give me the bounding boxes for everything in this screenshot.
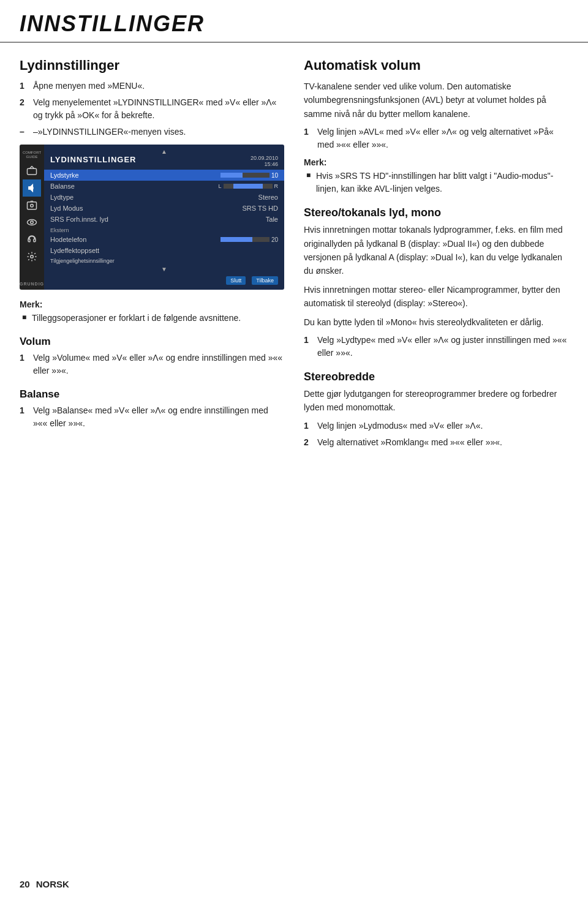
auto-step-text-1: Velg linjen »AVL« med »V« eller »Λ« og v… <box>317 126 568 151</box>
tv-bar-balanse: L R <box>218 183 278 189</box>
sidebar-logo: COMFORTGUIDE <box>21 149 42 160</box>
page-number: 20 <box>20 879 30 889</box>
stereo-text3: Du kan bytte lyden til »Mono« hvis stere… <box>304 315 568 329</box>
tv-mockup: COMFORTGUIDE <box>20 145 284 290</box>
tv-row-lydeffekt: Lydeffektoppsett <box>44 245 284 256</box>
note-text-1: Tilleggsoperasjoner er forklart i de føl… <box>32 312 284 325</box>
tv-section-extern: Ekstern <box>44 225 284 234</box>
step-num-2: 2 <box>20 96 28 122</box>
step-text-2: Velg menyelementet »LYDINNSTILLINGER« me… <box>33 96 284 122</box>
svg-rect-1 <box>28 202 37 209</box>
balanse-step-1: 1 Velg »Balanse« med »V« eller »Λ« og en… <box>20 404 284 430</box>
tv-row-balanse: Balanse L R <box>44 181 284 192</box>
tv-row-tilgjengelighet: Tilgjengelighetsinnsillinger <box>44 256 284 266</box>
tv-screen: ▲ LYDINNSTILLINGER 20.09.2010 15:46 Lyds… <box>44 145 284 290</box>
tv-datetime: 20.09.2010 15:46 <box>251 155 278 167</box>
stereobredde-step-num-2: 2 <box>304 436 312 449</box>
section-title-lyd: Lydinnstillinger <box>20 58 284 73</box>
tv-footer: Slutt Tilbake <box>44 273 284 286</box>
stereo-text1: Hvis innretningen mottar tokanals lydpro… <box>304 223 568 278</box>
tv-label-lydeffekt: Lydeffektoppsett <box>50 247 99 254</box>
tv-arrow-up: ▲ <box>44 148 284 155</box>
stereobredde-text: Dette gjør lydutgangen for stereoprogram… <box>304 387 568 415</box>
step-num-1: 1 <box>20 80 28 92</box>
stereo-title: Stereo/tokanals lyd, mono <box>304 206 568 219</box>
auto-volum-text: TV-kanalene sender ved ulike volum. Den … <box>304 80 568 121</box>
stereo-step-num-1: 1 <box>304 334 312 360</box>
page-lang: NORSK <box>36 879 69 889</box>
sidebar-icon-picture[interactable] <box>23 197 41 214</box>
step-dash: – –»LYDINNSTILLINGER«-menyen vises. <box>20 126 284 138</box>
step-text-dash: –»LYDINNSTILLINGER«-menyen vises. <box>33 126 284 138</box>
tv-val-lydstyrke: 10 <box>271 172 278 179</box>
note-block-merk: Merk: ■ Tilleggsoperasjoner er forklart … <box>20 299 284 325</box>
main-content: Lydinnstillinger 1 Åpne menyen med »MENU… <box>0 43 588 453</box>
svg-point-4 <box>31 221 34 224</box>
tv-menu-title: LYDINNSTILLINGER <box>50 155 136 167</box>
stereobredde-step-text-1: Velg linjen »Lydmodus« med »V« eller »Λ«… <box>317 420 568 432</box>
page-header: INNSTILLINGER <box>0 0 588 43</box>
tv-label-lydstyrke: Lydstyrke <box>50 171 79 179</box>
tv-val-srs: Tale <box>266 216 278 223</box>
stereobredde-step-1: 1 Velg linjen »Lydmodus« med »V« eller »… <box>304 420 568 432</box>
auto-note-bullet-1: ■ <box>306 170 312 195</box>
tv-label-tilgjengelighet: Tilgjengelighetsinnsillinger <box>50 258 115 264</box>
balanse-step-text-1: Velg »Balanse« med »V« eller »Λ« og endr… <box>33 404 284 430</box>
stereo-step-text-1: Velg »Lydtype« med »V« eller »Λ« og just… <box>317 334 568 360</box>
svg-point-3 <box>28 220 37 225</box>
stereobredde-step-num-1: 1 <box>304 420 312 432</box>
auto-note-item-1: ■ Hvis »SRS TS HD"-innstillingen har bli… <box>306 170 568 195</box>
tv-time: 15:46 <box>251 161 278 167</box>
page-title: INNSTILLINGER <box>20 11 568 42</box>
auto-note-title: Merk: <box>304 157 568 167</box>
tv-btn-slutt[interactable]: Slutt <box>226 276 246 285</box>
note-title: Merk: <box>20 299 284 309</box>
tv-val-lydtype: Stereo <box>258 194 278 201</box>
stereo-text2: Hvis innretningen mottar stereo- eller N… <box>304 283 568 311</box>
tv-screen-header: LYDINNSTILLINGER 20.09.2010 15:46 <box>44 155 284 170</box>
volum-step-1: 1 Velg »Volume« med »V« eller »Λ« og end… <box>20 352 284 377</box>
svg-rect-0 <box>28 168 37 175</box>
tv-btn-tilbake[interactable]: Tilbake <box>252 276 278 285</box>
stereobredde-title: Stereobredde <box>304 371 568 383</box>
auto-step-num-1: 1 <box>304 126 312 151</box>
stereo-step-1: 1 Velg »Lydtype« med »V« eller »Λ« og ju… <box>304 334 568 360</box>
sidebar-icon-accessibility[interactable] <box>23 214 41 231</box>
auto-note-text-1: Hvis »SRS TS HD"-innstillingen har blitt… <box>316 170 568 195</box>
tv-label-lydmodus: Lyd Modus <box>50 205 83 212</box>
svg-point-5 <box>31 255 34 258</box>
tv-sidebar: COMFORTGUIDE <box>20 145 44 290</box>
step-2: 2 Velg menyelementet »LYDINNSTILLINGER« … <box>20 96 284 122</box>
sub-heading-balanse: Balanse <box>20 388 284 401</box>
sidebar-icon-sound[interactable] <box>23 179 41 197</box>
sidebar-icon-settings[interactable] <box>23 248 41 265</box>
volum-step-text-1: Velg »Volume« med »V« eller »Λ« og endre… <box>33 352 284 377</box>
tv-val-lydmodus: SRS TS HD <box>243 205 278 212</box>
left-column: Lydinnstillinger 1 Åpne menyen med »MENU… <box>20 43 284 453</box>
right-column: Automatisk volum TV-kanalene sender ved … <box>304 43 568 453</box>
sidebar-brand: GRUNDIG <box>20 282 44 290</box>
tv-label-hodetelefon: Hodetelefon <box>50 236 86 243</box>
tv-val-hodetelefon: 20 <box>271 236 278 243</box>
tv-bar-hodetelefon: 20 <box>221 236 278 243</box>
tv-bar-lydstyrke: 10 <box>221 172 278 179</box>
auto-step-1: 1 Velg linjen »AVL« med »V« eller »Λ« og… <box>304 126 568 151</box>
sidebar-icon-headphone[interactable] <box>23 231 41 248</box>
auto-note-block: Merk: ■ Hvis »SRS TS HD"-innstillingen h… <box>304 157 568 195</box>
step-num-dash: – <box>20 126 28 138</box>
tv-label-lydtype: Lydtype <box>50 194 74 201</box>
stereobredde-step-text-2: Velg alternativet »Romklang« med »«« ell… <box>317 436 568 449</box>
svg-point-2 <box>31 205 34 208</box>
tv-row-lydtype: Lydtype Stereo <box>44 192 284 203</box>
tv-date: 20.09.2010 <box>251 155 278 161</box>
volum-step-num-1: 1 <box>20 352 28 377</box>
note-item-1: ■ Tilleggsoperasjoner er forklart i de f… <box>22 312 284 325</box>
tv-row-lydmodus: Lyd Modus SRS TS HD <box>44 203 284 214</box>
tv-arrow-down: ▼ <box>44 266 284 273</box>
tv-row-srs: SRS Forh.innst. lyd Tale <box>44 214 284 225</box>
tv-row-hodetelefon: Hodetelefon 20 <box>44 234 284 245</box>
sidebar-icon-tv[interactable] <box>23 162 41 179</box>
page-footer: 20 NORSK <box>20 879 69 889</box>
tv-row-lydstyrke: Lydstyrke 10 <box>44 170 284 181</box>
step-text-1: Åpne menyen med »MENU«. <box>33 80 284 92</box>
